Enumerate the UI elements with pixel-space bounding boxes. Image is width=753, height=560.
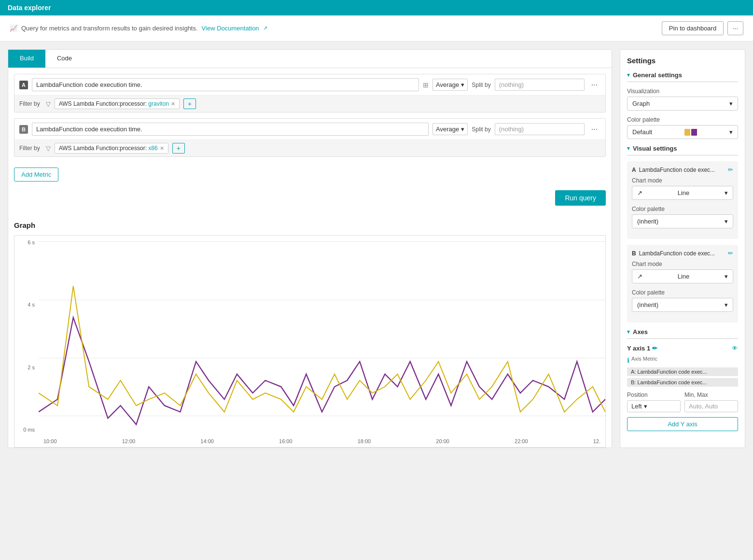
chevron-down-icon-b: ▾: [461, 126, 464, 133]
metric-b-color-palette-field: Color palette (inherit) ▾: [632, 289, 733, 312]
x-axis: 10:00 12:00 14:00 16:00 18:00 20:00 22:0…: [39, 435, 605, 447]
visualization-label: Visualization: [627, 88, 738, 95]
add-metric-button[interactable]: Add Metric: [14, 168, 58, 182]
metric-b-color-palette-select[interactable]: (inherit) ▾: [632, 298, 733, 312]
right-panel: Settings ▾ General settings Visualizatio…: [620, 49, 745, 448]
axis-metric-info: ℹ Axis Metric A: LambdaFunction code exe…: [627, 356, 738, 387]
top-bar: Data explorer: [0, 0, 753, 15]
metric-a-split-by-label: Split by: [472, 82, 490, 88]
general-settings-label: General settings: [633, 71, 682, 79]
axis-metric-a-tag: A: LambdaFunction code exec...: [627, 367, 738, 376]
axes-label: Axes: [633, 328, 648, 336]
metric-a-filter-tag: AWS Lambda Function:processor: graviton …: [55, 98, 180, 109]
y-axis: 6 s 4 s 2 s 0 ms: [14, 236, 39, 433]
metric-b-filter-label: Filter by: [19, 145, 40, 152]
metric-b-split-by-input[interactable]: [495, 123, 585, 135]
metric-a-color-palette-label: Color palette: [632, 206, 733, 212]
add-y-axis-button[interactable]: Add Y axis: [627, 417, 738, 431]
header-text: Query for metrics and transform results …: [21, 25, 198, 32]
header-actions: Pin to dashboard ···: [662, 21, 743, 35]
chevron-down-icon: ▾: [461, 81, 464, 88]
metric-b-filter-remove[interactable]: ✕: [160, 145, 164, 152]
edit-metric-b-icon[interactable]: ✏: [728, 250, 733, 257]
color-palette-select[interactable]: Default ▾: [627, 125, 738, 139]
metric-a-main: A ⊞ Average ▾ Split by ···: [14, 74, 605, 96]
visual-metric-b-name: LambdaFunction code exec...: [639, 250, 725, 257]
metric-b-filter-text: AWS Lambda Function:processor: x86: [59, 145, 158, 152]
x-label-1200: 12:00: [122, 438, 136, 444]
metric-b-chart-mode-field: Chart mode ↗ Line ▾: [632, 261, 733, 283]
metric-b-aggregation-select[interactable]: Average ▾: [432, 123, 468, 135]
filter-icon-b: ▽: [46, 145, 51, 152]
metric-a-add-filter-button[interactable]: +: [183, 98, 196, 109]
metric-a-chart-mode-select[interactable]: ↗ Line ▾: [632, 186, 733, 200]
metric-b-chart-mode-value: Line: [678, 273, 690, 280]
position-select[interactable]: Left ▾: [627, 400, 681, 412]
position-row: Position Left ▾ Min, Max: [627, 392, 738, 412]
graph-title: Graph: [14, 221, 606, 229]
visual-settings-header: ▾ Visual settings: [627, 145, 738, 155]
chart-svg: [39, 236, 605, 456]
metric-a-filter-label: Filter by: [19, 100, 40, 107]
y-axis-1-header: Y axis 1 ✏ 👁: [627, 345, 738, 352]
visual-metric-b-card: B LambdaFunction code exec... ✏ Chart mo…: [627, 245, 738, 322]
x-label-1600: 16:00: [279, 438, 293, 444]
axis-metric-b-tag: B: LambdaFunction code exec...: [627, 378, 738, 387]
min-max-col: Min, Max: [684, 392, 738, 412]
header-bar: 📈 Query for metrics and transform result…: [0, 15, 753, 42]
min-max-input[interactable]: [684, 400, 738, 412]
metric-a-color-palette-select[interactable]: (inherit) ▾: [632, 214, 733, 228]
color-palette-chevron-icon: ▾: [729, 128, 733, 136]
metric-b-chart-mode-select[interactable]: ↗ Line ▾: [632, 269, 733, 283]
metric-a-filter-remove[interactable]: ✕: [171, 101, 175, 107]
visual-metric-a-card: A LambdaFunction code exec... ✏ Chart mo…: [627, 161, 738, 239]
visualization-select[interactable]: Graph ▾: [627, 97, 738, 111]
y-label-6s: 6 s: [28, 239, 35, 245]
y-label-4s: 4 s: [28, 302, 35, 308]
metric-a-aggregation-select[interactable]: Average ▾: [432, 79, 468, 91]
y-label-0ms: 0 ms: [23, 427, 35, 433]
metric-a-input[interactable]: [32, 78, 419, 91]
general-chevron-icon: ▾: [627, 72, 630, 78]
view-doc-link[interactable]: View Documentation: [202, 25, 259, 32]
visualization-chevron-icon: ▾: [729, 100, 733, 107]
visualization-value: Graph: [632, 100, 650, 107]
edit-metric-a-icon[interactable]: ✏: [728, 166, 733, 173]
metric-b-add-filter-button[interactable]: +: [172, 143, 185, 154]
edit-y-axis-1-icon[interactable]: ✏: [652, 345, 657, 352]
position-col: Position Left ▾: [627, 392, 681, 412]
metric-a-chart-mode-value: Line: [678, 189, 690, 196]
metric-row-b: B Average ▾ Split by ··· Filter by ▽ AWS…: [14, 118, 606, 157]
visual-metric-a-name: LambdaFunction code exec...: [639, 167, 725, 173]
metric-b-label: B: [19, 125, 28, 134]
external-link-icon: ↗: [263, 25, 267, 31]
metric-a-chart-mode-label: Chart mode: [632, 177, 733, 184]
metric-a-split-by-input[interactable]: [495, 79, 585, 91]
metric-a-more-button[interactable]: ···: [588, 80, 600, 90]
metric-b-color-palette-value: (inherit): [637, 301, 658, 308]
visual-metric-a-badge: A: [632, 167, 636, 173]
pin-to-dashboard-button[interactable]: Pin to dashboard: [662, 21, 724, 35]
tab-code[interactable]: Code: [45, 50, 84, 68]
more-options-button[interactable]: ···: [727, 21, 743, 35]
color-palette-value: Default: [632, 128, 652, 136]
visual-metric-b-badge: B: [632, 250, 636, 257]
y-axis-1-visible-icon[interactable]: 👁: [732, 345, 738, 352]
x-label-1000: 10:00: [43, 438, 57, 444]
metric-b-input[interactable]: [32, 123, 429, 136]
metric-b-more-button[interactable]: ···: [588, 124, 600, 135]
metric-a-filter-text: AWS Lambda Function:processor: graviton: [59, 100, 169, 107]
color-palette-label: Color palette: [627, 116, 738, 123]
metric-a-chart-mode-chevron: ▾: [725, 189, 728, 196]
position-label: Position: [627, 392, 681, 398]
tab-build[interactable]: Build: [8, 50, 45, 68]
metric-b-color-palette-label: Color palette: [632, 289, 733, 296]
y-axis-1-label: Y axis 1: [627, 345, 650, 352]
color-palette-preview: [684, 129, 697, 136]
metric-a-label: A: [19, 81, 28, 89]
metric-b-filter-tag: AWS Lambda Function:processor: x86 ✕: [55, 143, 168, 154]
run-query-button[interactable]: Run query: [555, 190, 606, 206]
metric-b-main: B Average ▾ Split by ···: [14, 119, 605, 140]
main-content: Build Code A ⊞ Average ▾ Split by ··· Fi…: [0, 42, 753, 456]
color-palette-field: Color palette Default ▾: [627, 116, 738, 139]
